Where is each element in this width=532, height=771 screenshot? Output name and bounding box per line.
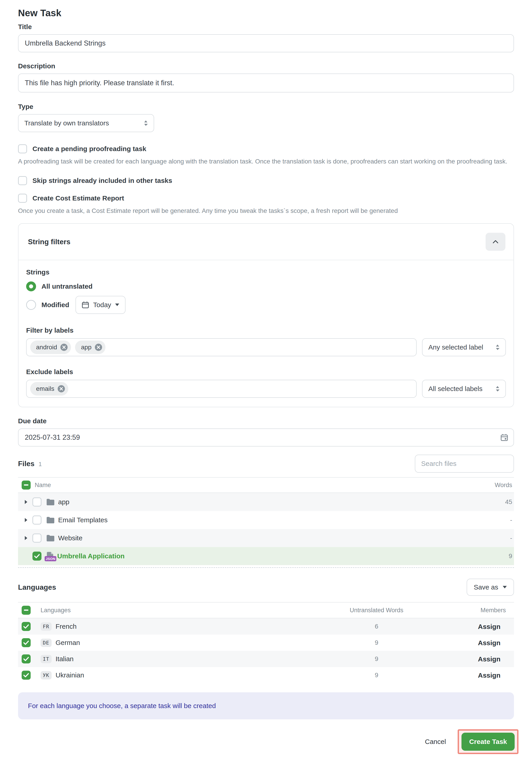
due-date-label: Due date — [18, 417, 514, 425]
language-code-badge: FR — [41, 623, 52, 631]
remove-chip-icon[interactable] — [57, 385, 65, 393]
filter-labels-row: android app Any selected label — [26, 338, 506, 356]
sort-arrows-icon — [144, 120, 148, 126]
expand-caret-icon[interactable] — [22, 518, 31, 522]
type-field: Type Translate by own translators — [18, 103, 514, 132]
type-label: Type — [18, 103, 514, 110]
all-untranslated-radio[interactable] — [26, 282, 36, 291]
type-select[interactable]: Translate by own translators — [18, 114, 154, 132]
files-title-wrap: Files1 — [18, 460, 42, 468]
radio-row-all-untranslated: All untranslated — [26, 282, 506, 291]
untranslated-words-value: 6 — [320, 623, 433, 630]
assign-link[interactable]: Assign — [478, 672, 506, 679]
filter-by-labels-label: Filter by labels — [26, 327, 506, 334]
create-task-button[interactable]: Create Task — [461, 733, 515, 751]
languages-table-header: Languages Untranslated Words Members — [18, 602, 514, 618]
annotation-highlight: Create Task — [458, 729, 518, 754]
proofreading-checkbox[interactable] — [18, 144, 27, 153]
exclude-labels-row: emails All selected labels — [26, 380, 506, 398]
chip-text: app — [81, 344, 91, 351]
exclude-labels-label: Exclude labels — [26, 368, 506, 376]
language-row-italian[interactable]: IT Italian 9 Assign — [18, 651, 514, 667]
remove-chip-icon[interactable] — [60, 343, 68, 351]
file-name: Email Templates — [58, 516, 108, 524]
language-code-badge: DE — [41, 639, 52, 647]
description-field: Description — [18, 62, 514, 92]
filter-match-select[interactable]: Any selected label — [422, 338, 506, 356]
title-field: Title — [18, 23, 514, 52]
description-input[interactable] — [18, 73, 514, 92]
file-checkbox[interactable] — [32, 533, 41, 542]
modified-date-range-button[interactable]: Today — [75, 296, 126, 314]
title-label: Title — [18, 23, 514, 31]
files-search-input[interactable] — [415, 455, 514, 473]
filter-labels-input[interactable]: android app — [26, 338, 417, 356]
cost-estimate-checkbox[interactable] — [18, 194, 27, 203]
proofreading-label: Create a pending proofreading task — [32, 145, 146, 153]
language-checkbox[interactable] — [22, 655, 31, 664]
page-title: New Task — [18, 8, 514, 18]
cancel-button[interactable]: Cancel — [425, 738, 446, 746]
file-name: app — [58, 498, 69, 506]
exclude-match-select[interactable]: All selected labels — [422, 380, 506, 398]
language-row-german[interactable]: DE German 9 Assign — [18, 635, 514, 651]
skip-strings-checkbox[interactable] — [18, 176, 27, 185]
modified-range-value: Today — [93, 301, 111, 309]
file-checkbox[interactable] — [32, 497, 41, 506]
language-name: German — [56, 639, 80, 647]
radio-row-modified: Modified Today — [26, 296, 506, 314]
select-all-languages-checkbox[interactable] — [22, 606, 31, 615]
info-banner: For each language you choose, a separate… — [18, 692, 514, 719]
json-file-icon: JSON — [46, 552, 54, 560]
string-filters-panel: String filters Strings All untranslated … — [18, 223, 514, 407]
language-code-badge: УК — [41, 671, 52, 680]
file-row-umbrella-application[interactable]: JSON Umbrella Application 9 — [18, 547, 514, 565]
due-date-input[interactable] — [18, 428, 514, 446]
save-as-button[interactable]: Save as — [467, 579, 514, 596]
file-words: 9 — [460, 552, 514, 560]
all-untranslated-label: All untranslated — [41, 283, 93, 290]
file-row-app[interactable]: app 45 — [18, 493, 514, 511]
language-row-french[interactable]: FR French 6 Assign — [18, 618, 514, 635]
collapse-panel-button[interactable] — [486, 233, 505, 251]
remove-chip-icon[interactable] — [95, 343, 102, 351]
assign-link[interactable]: Assign — [478, 639, 506, 647]
file-checkbox[interactable] — [32, 515, 41, 524]
select-all-files-checkbox[interactable] — [22, 480, 31, 489]
untranslated-words-column: Untranslated Words — [320, 607, 433, 614]
expand-caret-icon[interactable] — [22, 536, 31, 540]
languages-title: Languages — [18, 583, 56, 592]
title-input[interactable] — [18, 34, 514, 52]
file-checkbox[interactable] — [32, 551, 41, 560]
language-row-ukrainian[interactable]: УК Ukrainian 9 Assign — [18, 667, 514, 683]
json-badge: JSON — [45, 556, 56, 561]
caret-down-icon — [503, 586, 507, 589]
new-task-page: New Task Title Description Type Translat… — [0, 0, 532, 771]
files-header: Files1 — [18, 455, 514, 473]
exclude-labels-input[interactable]: emails — [26, 380, 417, 398]
assign-link[interactable]: Assign — [478, 623, 506, 631]
proofreading-help: A proofreading task will be created for … — [18, 157, 514, 165]
string-filters-body: Strings All untranslated Modified Today … — [18, 260, 514, 407]
files-count: 1 — [39, 461, 42, 467]
string-filters-title: String filters — [28, 238, 70, 246]
type-select-value: Translate by own translators — [24, 119, 109, 127]
language-checkbox[interactable] — [22, 622, 31, 631]
files-column-words: Words — [460, 482, 514, 489]
file-row-email-templates[interactable]: Email Templates - — [18, 511, 514, 529]
language-code-badge: IT — [41, 655, 52, 663]
assign-link[interactable]: Assign — [478, 655, 506, 663]
languages-column: Languages — [41, 607, 71, 614]
expand-caret-icon[interactable] — [22, 500, 31, 504]
file-row-website[interactable]: Website - — [18, 529, 514, 547]
file-name: Website — [58, 534, 82, 542]
file-words: - — [460, 516, 514, 524]
language-checkbox[interactable] — [22, 638, 31, 647]
strings-label: Strings — [26, 268, 506, 276]
language-checkbox[interactable] — [22, 671, 31, 680]
option-cost-estimate: Create Cost Estimate Report — [18, 194, 514, 203]
label-chip-android: android — [30, 341, 71, 354]
modified-radio[interactable] — [26, 300, 36, 310]
files-table: Name Words app 45 Email Templates - Webs… — [18, 477, 514, 568]
folder-icon — [46, 517, 55, 523]
